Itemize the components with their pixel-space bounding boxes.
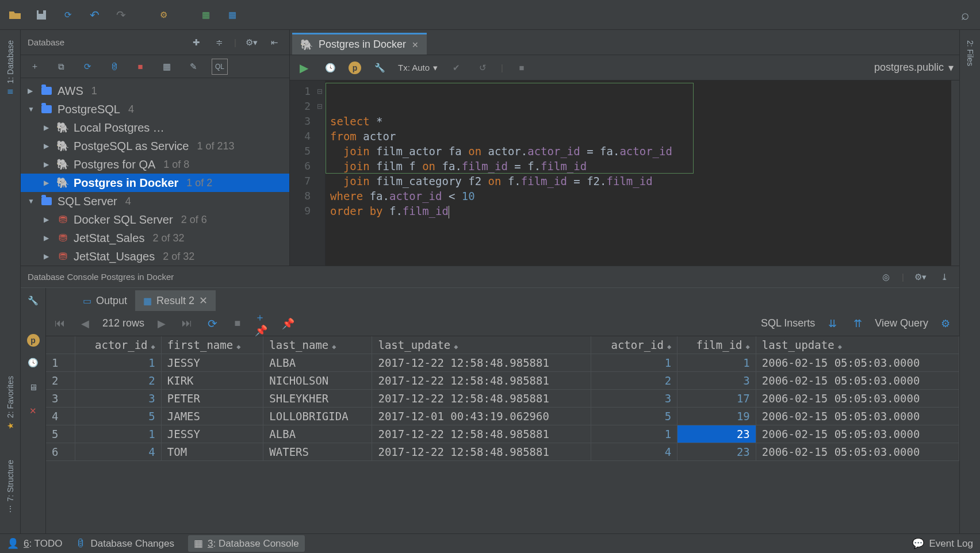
cell[interactable]: 1	[75, 354, 161, 372]
export-down-icon[interactable]: ⇊	[824, 316, 840, 332]
cell[interactable]: ALBA	[263, 354, 372, 372]
split-icon[interactable]: ≑	[211, 34, 227, 51]
cell[interactable]: PETER	[161, 390, 263, 408]
expand-chevron-icon[interactable]: ▶	[44, 179, 52, 187]
cell[interactable]: JAMES	[161, 408, 263, 425]
run-plan-icon[interactable]: 🕓	[322, 60, 338, 76]
prev-page-icon[interactable]: ◀	[77, 316, 93, 332]
table-row[interactable]: 45JAMESLOLLOBRIGIDA2017-12-01 00:43:19.0…	[46, 408, 959, 425]
tool-database-tab[interactable]: ≣ 1: Database	[6, 37, 15, 98]
cell[interactable]: JESSY	[161, 354, 263, 372]
pin-icon[interactable]: 📌	[280, 316, 296, 332]
row-number-header[interactable]	[46, 336, 75, 354]
stop-results-icon[interactable]: ■	[229, 316, 246, 332]
results-grid[interactable]: actor_id◆first_name◆last_name◆last_updat…	[46, 336, 959, 533]
expand-chevron-icon[interactable]: ▶	[44, 252, 52, 260]
run-icon[interactable]: ▶	[296, 60, 312, 76]
stop-icon[interactable]: ■	[132, 59, 148, 75]
tree-node-sql-server[interactable]: ▼SQL Server4	[21, 192, 289, 210]
cell[interactable]: ALBA	[263, 425, 372, 443]
cell[interactable]: 2017-12-22 12:58:48.985881	[372, 425, 591, 443]
sql-inserts-label[interactable]: SQL Inserts	[761, 317, 815, 329]
database-tree[interactable]: ▶AWS1▼PostgreSQL4▶🐘Local Postgres …▶🐘Pos…	[21, 78, 289, 266]
cell[interactable]: 2017-12-22 12:58:48.985881	[372, 354, 591, 372]
cell[interactable]: 2006-02-15 05:05:03.0000	[756, 425, 959, 443]
cell[interactable]: 2006-02-15 05:05:03.0000	[756, 443, 959, 461]
cell[interactable]: 1	[75, 425, 161, 443]
edit-icon[interactable]: ✎	[185, 59, 201, 75]
tab-result[interactable]: ▦ Result 2 ✕	[135, 290, 216, 311]
cell[interactable]: 4	[75, 443, 161, 461]
table-row[interactable]: 22KIRKNICHOLSON2017-12-22 12:58:48.98588…	[46, 372, 959, 390]
db-console-tool-button[interactable]: ▦ 3: Database Console	[188, 535, 305, 552]
tree-node-postgesql-as-service[interactable]: ▶🐘PostgeSQL as Service1 of 213	[21, 137, 289, 155]
cell[interactable]: 2017-12-01 00:43:19.062960	[372, 408, 591, 425]
close-result-tab-icon[interactable]: ✕	[199, 294, 208, 307]
next-page-icon[interactable]: ▶	[154, 316, 170, 332]
cell[interactable]: 17	[677, 390, 756, 408]
event-log-button[interactable]: 💬 Event Log	[912, 537, 973, 550]
tree-node-docker-sql-server[interactable]: ▶⛃Docker SQL Server2 of 6	[21, 210, 289, 229]
cell[interactable]: 2017-12-22 12:58:48.985881	[372, 372, 591, 390]
sync-icon[interactable]: ⟳	[79, 59, 95, 75]
table-row[interactable]: 11JESSYALBA2017-12-22 12:58:48.985881112…	[46, 354, 959, 372]
table-row[interactable]: 33PETERSHLEYKHER2017-12-22 12:58:48.9858…	[46, 390, 959, 408]
gear-icon[interactable]: ⚙▾	[243, 34, 259, 51]
close-tab-icon[interactable]: ✕	[412, 40, 419, 49]
expand-chevron-icon[interactable]: ▶	[44, 234, 52, 242]
stop-run-icon[interactable]: ■	[514, 60, 530, 76]
tree-node-postgresql[interactable]: ▼PostgreSQL4	[21, 100, 289, 118]
column-header-actor_id[interactable]: actor_id◆	[75, 336, 161, 354]
cell[interactable]: 1	[677, 354, 756, 372]
results-gear-icon[interactable]: ⚙	[937, 316, 954, 332]
cell[interactable]: 2	[75, 372, 161, 390]
cell[interactable]: 23	[677, 443, 756, 461]
tool-favorites-tab[interactable]: ★ 2: Favorites	[6, 372, 15, 434]
rollback-icon[interactable]: ↺	[474, 60, 491, 76]
tab-output[interactable]: ▭ Output	[75, 290, 135, 311]
cell[interactable]: JESSY	[161, 425, 263, 443]
chip2-icon[interactable]: ▦	[224, 7, 240, 23]
tool-files-tab[interactable]: 2: Files	[966, 37, 975, 70]
cell[interactable]: 2017-12-22 12:58:48.985881	[372, 390, 591, 408]
cancel-icon[interactable]: ✕	[25, 403, 41, 419]
save-all-icon[interactable]	[33, 7, 49, 23]
cell[interactable]: 4	[591, 443, 677, 461]
schema-p-icon[interactable]: p	[349, 62, 361, 74]
tool-structure-tab[interactable]: ⋮ 7: Structure	[6, 456, 15, 516]
todo-tool-button[interactable]: 👤 6: TODO	[7, 537, 62, 550]
tx-mode-dropdown[interactable]: Tx: Auto ▾	[398, 63, 438, 73]
column-header-last_update[interactable]: last_update◆	[372, 336, 591, 354]
cell[interactable]: 2006-02-15 05:05:03.0000	[756, 372, 959, 390]
cell[interactable]: 1	[591, 425, 677, 443]
add-datasource-icon[interactable]: ✚	[188, 34, 204, 51]
collapse-icon[interactable]: ⇤	[266, 34, 282, 51]
cell[interactable]: TOM	[161, 443, 263, 461]
cell[interactable]: 5	[75, 408, 161, 425]
table-icon[interactable]: ▦	[159, 59, 175, 75]
table-row[interactable]: 64TOMWATERS2017-12-22 12:58:48.985881423…	[46, 443, 959, 461]
search-icon[interactable]: ⌕	[957, 7, 973, 23]
last-page-icon[interactable]: ⏭	[179, 316, 195, 332]
column-header-last_update[interactable]: last_update◆	[756, 336, 959, 354]
expand-chevron-icon[interactable]: ▶	[28, 87, 36, 95]
column-header-first_name[interactable]: first_name◆	[161, 336, 263, 354]
wrench2-icon[interactable]: 🔧	[25, 293, 41, 309]
cell[interactable]: KIRK	[161, 372, 263, 390]
tree-node-jetstat-usages[interactable]: ▶⛃JetStat_Usages2 of 32	[21, 247, 289, 266]
expand-chevron-icon[interactable]: ▶	[44, 142, 52, 150]
cell[interactable]: 2006-02-15 05:05:03.0000	[756, 354, 959, 372]
wrench-icon[interactable]: 🔧	[372, 60, 388, 76]
expand-chevron-icon[interactable]: ▶	[44, 160, 52, 168]
schema-p2-icon[interactable]: p	[27, 334, 40, 347]
cell[interactable]: 2006-02-15 05:05:03.0000	[756, 390, 959, 408]
new-icon[interactable]: ＋	[26, 59, 43, 75]
cell[interactable]: 3	[677, 372, 756, 390]
cell[interactable]: 23	[677, 425, 756, 443]
cell[interactable]: 3	[75, 390, 161, 408]
column-header-film_id[interactable]: film_id◆	[677, 336, 756, 354]
tree-node-aws[interactable]: ▶AWS1	[21, 82, 289, 100]
datasource-props-icon[interactable]: 🛢	[106, 59, 122, 75]
expand-chevron-icon[interactable]: ▶	[44, 216, 52, 224]
commit-icon[interactable]: ✔	[448, 60, 464, 76]
